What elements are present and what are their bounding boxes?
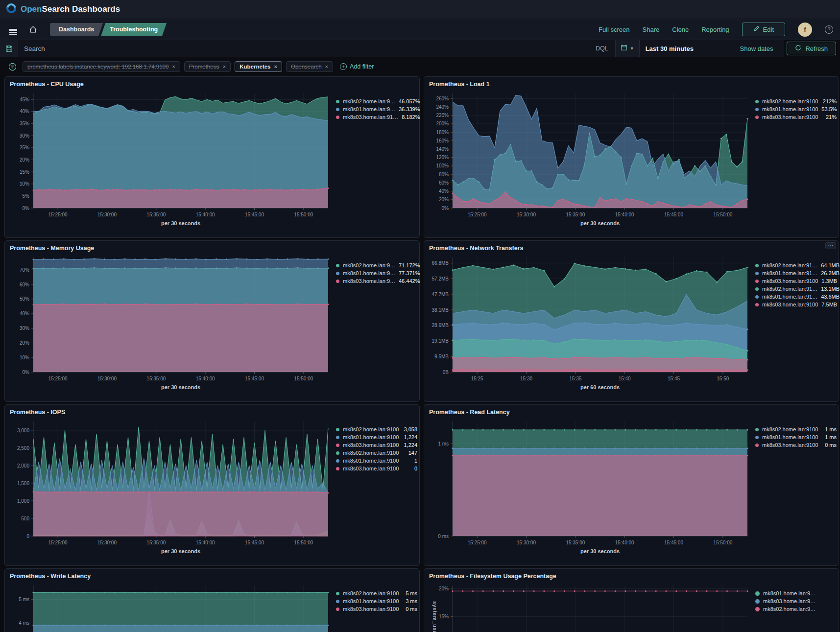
breadcrumb: DashboardsTroubleshooting: [50, 23, 167, 36]
svg-text:20%: 20%: [439, 197, 449, 202]
legend-color-dot: [755, 108, 759, 111]
legend-series-name: mk8s02.home.lan:9…: [343, 98, 395, 104]
legend-item[interactable]: mk8s03.home.lan:91…8.182%: [336, 114, 417, 120]
remove-filter-icon[interactable]: ×: [223, 64, 226, 70]
legend-item[interactable]: mk8s01.home.lan:91…43.6MB: [755, 294, 837, 300]
legend-series-name: mk8s01.home.lan:91…: [762, 294, 817, 300]
svg-text:15:30: 15:30: [520, 376, 532, 381]
svg-text:15:35:00: 15:35:00: [146, 540, 166, 545]
time-range[interactable]: Last 30 minutes Show dates: [640, 40, 784, 57]
chart-legend: mk8s02.home.lan:91003,058mk8s01.home.lan…: [336, 426, 417, 471]
legend-item[interactable]: mk8s01.home.lan:910053.5%: [755, 106, 837, 112]
legend-series-name: mk8s03.home.lan:9100: [343, 466, 399, 471]
filter-chip[interactable]: prometheus.labels.instance.keyword: 192.…: [23, 61, 180, 72]
legend-series-value: 3,058: [404, 426, 417, 432]
filter-chip[interactable]: Opensearch×: [286, 61, 333, 72]
app-logo[interactable]: OpenSearch Dashboards: [6, 3, 120, 16]
add-filter-button[interactable]: + Add filter: [340, 63, 374, 70]
legend-color-dot: [755, 280, 759, 283]
legend-item[interactable]: mk8s02.home.lan:91003,058: [336, 426, 417, 432]
search-input[interactable]: [18, 40, 589, 57]
svg-text:15:45:00: 15:45:00: [245, 376, 264, 381]
panel-title[interactable]: Prometheus - Read Latency: [429, 409, 510, 416]
nav-link-share[interactable]: Share: [643, 26, 660, 33]
legend-item[interactable]: mk8s02.home.lan:9100212%: [755, 98, 837, 104]
legend-item[interactable]: mk8s03.home.lan:9…: [755, 598, 837, 604]
legend-series-name: mk8s03.home.lan:9100: [762, 442, 818, 448]
legend-item[interactable]: mk8s02.home.lan:9…: [755, 606, 837, 612]
legend-item[interactable]: mk8s03.home.lan:91000 ms: [336, 606, 417, 612]
chart-canvas-cpu-usage: 0%5%10%15%20%25%30%35%40%45%15:25:0015:3…: [8, 89, 331, 234]
svg-text:15:50:00: 15:50:00: [713, 212, 732, 217]
svg-text:10%: 10%: [20, 355, 29, 360]
remove-filter-icon[interactable]: ×: [325, 64, 328, 70]
opensearch-logo-icon: [6, 3, 17, 16]
legend-item[interactable]: mk8s03.home.lan:910021%: [755, 114, 837, 120]
legend-item[interactable]: mk8s03.home.lan:91000: [336, 466, 417, 471]
remove-filter-icon[interactable]: ×: [274, 64, 277, 70]
filter-chip[interactable]: Kubernetes×: [235, 61, 282, 72]
svg-text:0 ms: 0 ms: [438, 534, 449, 539]
date-picker-button[interactable]: ▼: [616, 40, 640, 57]
breadcrumb-troubleshooting[interactable]: Troubleshooting: [101, 23, 167, 36]
legend-item[interactable]: mk8s01.home.lan:9…77.371%: [336, 270, 417, 276]
panel-iops: Prometheus - IOPS05001,0001,5002,0002,50…: [4, 404, 420, 566]
nav-link-reporting[interactable]: Reporting: [701, 26, 729, 33]
legend-item[interactable]: mk8s01.home.lan:91001: [336, 458, 417, 464]
legend-color-dot: [336, 280, 339, 283]
remove-filter-icon[interactable]: ×: [172, 64, 175, 70]
help-icon[interactable]: ?: [825, 25, 833, 34]
legend-item[interactable]: mk8s03.home.lan:91001,224: [336, 442, 417, 448]
legend-item[interactable]: mk8s03.home.lan:91007.5MB: [755, 302, 837, 307]
panel-title[interactable]: Prometheus - Network Transfers: [429, 245, 523, 252]
refresh-button[interactable]: Refresh: [787, 42, 836, 55]
legend-item[interactable]: mk8s01.home.lan:91…26.2MB: [755, 270, 837, 276]
panel-title[interactable]: Prometheus - Load 1: [429, 81, 490, 88]
svg-text:system_usage_pct: system_usage_pct: [432, 601, 437, 632]
legend-item[interactable]: mk8s02.home.lan:9…71.172%: [336, 262, 417, 268]
legend-item[interactable]: mk8s02.home.lan:9100147: [336, 450, 417, 456]
legend-series-name: mk8s03.home.lan:9100: [343, 442, 399, 448]
legend-series-name: mk8s02.home.lan:9100: [762, 98, 818, 104]
legend-item[interactable]: mk8s02.home.lan:91…64.1MB: [755, 262, 837, 268]
panel-title[interactable]: Prometheus - CPU Usage: [10, 81, 84, 88]
filter-bar: prometheus.labels.instance.keyword: 192.…: [0, 57, 840, 76]
legend-item[interactable]: mk8s02.home.lan:91005 ms: [336, 590, 417, 596]
legend-series-name: mk8s02.home.lan:91…: [762, 286, 817, 292]
legend-item[interactable]: mk8s03.home.lan:9…46.442%: [336, 278, 417, 284]
legend-item[interactable]: mk8s02.home.lan:91001 ms: [755, 426, 837, 432]
svg-text:25%: 25%: [20, 145, 29, 150]
legend-item[interactable]: mk8s01.home.lan:91001 ms: [755, 434, 837, 440]
filter-chip[interactable]: Prometheus×: [184, 61, 231, 72]
legend-item[interactable]: mk8s02.home.lan:9…46.057%: [336, 98, 417, 104]
menu-icon[interactable]: [7, 23, 20, 36]
breadcrumb-dashboards[interactable]: Dashboards: [50, 23, 103, 36]
legend-series-name: mk8s03.home.lan:9100: [762, 114, 818, 120]
avatar[interactable]: f: [798, 23, 812, 37]
edit-button[interactable]: Edit: [742, 23, 785, 36]
show-dates-button[interactable]: Show dates: [740, 45, 778, 52]
panel-title[interactable]: Prometheus - Filesystem Usage Percentage: [429, 573, 556, 580]
panel-title[interactable]: Prometheus - Write Latency: [10, 573, 91, 580]
legend-item[interactable]: mk8s01.home.lan:91003 ms: [336, 598, 417, 604]
legend-item[interactable]: mk8s01.home.lan:91001,224: [336, 434, 417, 440]
legend-item[interactable]: mk8s01.home.lan:9…: [755, 590, 837, 596]
svg-text:4 ms: 4 ms: [19, 620, 29, 626]
saved-query-icon[interactable]: [0, 40, 18, 57]
nav-link-full-screen[interactable]: Full screen: [599, 26, 630, 33]
legend-item[interactable]: mk8s03.home.lan:91000 ms: [755, 442, 837, 448]
home-icon[interactable]: [26, 23, 39, 36]
legend-item[interactable]: mk8s01.home.lan:9…36.339%: [336, 106, 417, 112]
filter-options-icon[interactable]: [6, 60, 19, 73]
nav-link-clone[interactable]: Clone: [672, 26, 689, 33]
legend-item[interactable]: mk8s02.home.lan:91…13.1MB: [755, 286, 837, 292]
query-language-button[interactable]: DQL: [589, 40, 616, 57]
panel-title[interactable]: Prometheus - IOPS: [10, 409, 65, 416]
legend-item[interactable]: mk8s03.home.lan:91001.3MB: [755, 278, 837, 284]
panel-memory-usage: Prometheus - Memory Usage0%10%20%30%40%5…: [4, 240, 420, 402]
legend-series-value: 13.1MB: [821, 286, 840, 292]
panel-title[interactable]: Prometheus - Memory Usage: [10, 245, 94, 252]
legend-series-value: 46.057%: [399, 98, 420, 104]
svg-text:15:35:00: 15:35:00: [566, 212, 585, 217]
panel-menu-icon[interactable]: ⋯: [825, 242, 836, 249]
